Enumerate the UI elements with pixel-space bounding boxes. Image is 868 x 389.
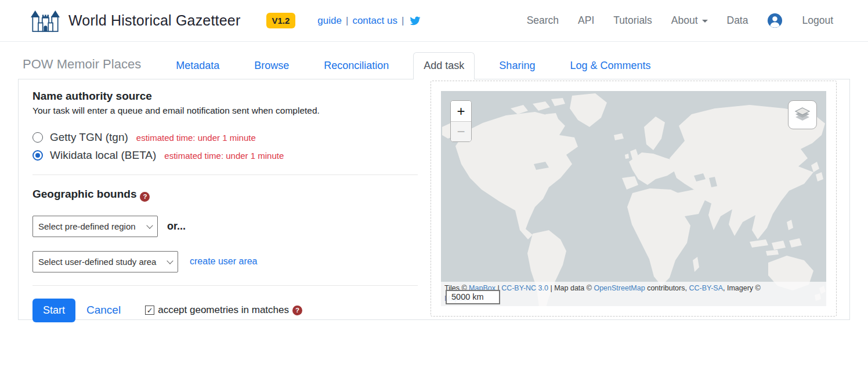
getty-tgn-radio[interactable]	[32, 132, 43, 143]
accept-geometries-label: accept geometries in matches	[158, 304, 289, 316]
study-area-select-row: Select user-defined study area create us…	[32, 251, 418, 272]
help-icon[interactable]: ?	[292, 306, 302, 315]
nav-api[interactable]: API	[578, 14, 594, 27]
form-actions: Start Cancel ✓ accept geometries in matc…	[32, 299, 418, 322]
zoom-in-button[interactable]: +	[451, 101, 471, 121]
user-avatar-icon[interactable]	[767, 13, 783, 28]
dataset-title: POW Memoir Places	[18, 57, 158, 79]
predefined-region-select[interactable]: Select pre-defined region	[32, 216, 158, 237]
site-title: World Historical Gazetteer	[68, 12, 241, 29]
nav-search[interactable]: Search	[527, 14, 559, 27]
reconciliation-form: Name authority source Your task will ent…	[19, 79, 432, 322]
nav-logout[interactable]: Logout	[802, 14, 833, 27]
radio-row-wikidata: Wikidata local (BETA) estimated time: un…	[32, 149, 418, 162]
wikidata-estimate: estimated time: under 1 minute	[164, 151, 284, 161]
start-button[interactable]: Start	[32, 299, 75, 322]
section-title-geographic-bounds: Geographic bounds?	[32, 188, 418, 202]
tab-metadata[interactable]: Metadata	[165, 52, 230, 79]
top-nav: Search API Tutorials About Data Logout	[527, 13, 833, 28]
contact-us-link[interactable]: contact us	[352, 15, 397, 27]
dataset-tabbar: POW Memoir Places Metadata Browse Reconc…	[18, 42, 850, 79]
layers-control-button[interactable]	[788, 100, 817, 129]
section-title-name-authority: Name authority source	[32, 90, 418, 103]
tab-reconciliation[interactable]: Reconciliation	[313, 52, 399, 79]
create-user-area-link[interactable]: create user area	[190, 256, 258, 267]
tab-sharing[interactable]: Sharing	[489, 52, 545, 79]
tab-browse[interactable]: Browse	[244, 52, 299, 79]
add-task-panel: Name authority source Your task will ent…	[18, 79, 850, 320]
user-study-area-select[interactable]: Select user-defined study area	[32, 251, 178, 272]
divider	[32, 285, 418, 286]
wikidata-local-radio[interactable]	[32, 150, 43, 161]
accept-geometries-row: ✓ accept geometries in matches ?	[145, 304, 302, 316]
link-divider: |	[402, 15, 404, 27]
twitter-icon[interactable]	[409, 16, 421, 26]
nav-tutorials[interactable]: Tutorials	[613, 14, 652, 27]
cc-by-nc-link[interactable]: CC-BY-NC 3.0	[501, 284, 548, 292]
guide-link[interactable]: guide	[317, 15, 342, 27]
openstreetmap-link[interactable]: OpenStreetMap	[594, 284, 645, 292]
wikidata-local-label: Wikidata local (BETA)	[50, 149, 156, 162]
app-header: World Historical Gazetteer V1.2 guide | …	[0, 0, 868, 42]
tab-log-comments[interactable]: Log & Comments	[559, 52, 661, 79]
chevron-down-icon	[702, 20, 708, 23]
cancel-link[interactable]: Cancel	[86, 304, 121, 317]
radio-row-getty: Getty TGN (tgn) estimated time: under 1 …	[32, 131, 418, 144]
nav-data[interactable]: Data	[727, 14, 748, 27]
tab-add-task[interactable]: Add task	[413, 52, 475, 79]
queue-note: Your task will enter a queue and email n…	[32, 106, 418, 116]
header-quick-links: guide | contact us |	[317, 15, 421, 27]
zoom-out-button[interactable]: −	[451, 121, 471, 141]
getty-tgn-label: Getty TGN (tgn)	[50, 131, 128, 144]
map-panel: + − Tiles © MapBox | CC-BY-NC 3.0 | Map …	[431, 81, 837, 317]
cc-by-sa-link[interactable]: CC-BY-SA	[689, 284, 723, 292]
version-badge: V1.2	[266, 13, 296, 28]
layers-icon	[793, 106, 812, 124]
accept-geometries-checkbox[interactable]: ✓	[145, 306, 154, 315]
map-zoom-control: + −	[450, 100, 472, 142]
help-icon[interactable]: ?	[140, 192, 150, 202]
or-label: or...	[167, 220, 186, 232]
nav-about-dropdown[interactable]: About	[671, 14, 708, 27]
castle-logo-icon	[30, 9, 60, 33]
region-select-row: Select pre-defined region or...	[32, 216, 418, 237]
world-map[interactable]: + − Tiles © MapBox | CC-BY-NC 3.0 | Map …	[441, 91, 826, 306]
world-map-tiles	[441, 91, 826, 306]
map-scale-bar: 5000 km	[446, 290, 500, 304]
getty-estimate: estimated time: under 1 minute	[136, 133, 256, 143]
link-divider: |	[346, 15, 348, 27]
divider	[32, 174, 418, 175]
